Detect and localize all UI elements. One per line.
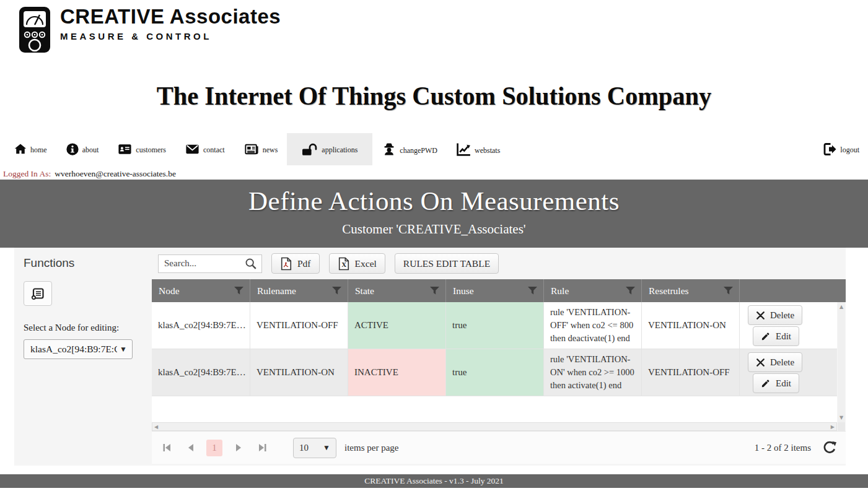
vertical-scrollbar[interactable]: ▲ ▼ xyxy=(838,302,845,422)
filter-icon[interactable] xyxy=(331,286,342,295)
column-header-rule[interactable]: Rule xyxy=(543,279,641,302)
grid-toolbar: Pdf X Excel RULES EDIT TABLE xyxy=(152,248,846,279)
id-card-icon xyxy=(117,142,133,156)
next-page-button[interactable] xyxy=(231,440,246,455)
tagline-bold: Internet Of Things xyxy=(204,81,406,110)
grid-header-row: Node Rulename State Inuse Rule Resetrule… xyxy=(152,279,846,302)
envelope-icon xyxy=(185,142,200,156)
horizontal-scrollbar[interactable]: ◀ ▶ xyxy=(152,422,837,431)
login-status: Logged In As:wverhoeven@creative-associa… xyxy=(3,169,176,179)
filter-icon[interactable] xyxy=(429,286,440,295)
page-banner: Define Actions On Measurements Customer … xyxy=(0,180,868,248)
column-header-state[interactable]: State xyxy=(348,279,445,302)
refresh-icon xyxy=(822,440,837,455)
nav-item-news[interactable]: news xyxy=(234,133,287,165)
chart-line-icon xyxy=(456,142,471,157)
nav-item-about[interactable]: about xyxy=(56,133,108,165)
prev-page-button[interactable] xyxy=(183,440,198,455)
cell-rule: rule 'VENTILATION-OFF' when co2 <= 800 t… xyxy=(543,302,641,349)
nav-item-customers[interactable]: customers xyxy=(108,133,175,165)
cell-state: ACTIVE xyxy=(348,302,445,349)
cell-rule: rule 'VENTILATION-ON' when co2 >= 1000 t… xyxy=(543,349,641,396)
scroll-left-icon[interactable]: ◀ xyxy=(154,424,158,430)
scroll-down-icon[interactable]: ▼ xyxy=(840,415,843,420)
cell-resetrules: VENTILATION-ON xyxy=(641,302,739,349)
table-row[interactable]: klasA_co2[94:B9:7E… VENTILATION-OFF ACTI… xyxy=(152,302,837,349)
table-row[interactable]: klasA_co2[94:B9:7E… VENTILATION-ON INACT… xyxy=(152,349,837,396)
column-header-actions xyxy=(739,279,837,302)
filter-icon[interactable] xyxy=(527,286,538,295)
filter-icon[interactable] xyxy=(625,286,636,295)
edit-button[interactable]: Edit xyxy=(753,326,799,346)
info-icon xyxy=(66,142,79,156)
rules-script-button[interactable] xyxy=(24,281,52,306)
cell-rulename: VENTILATION-OFF xyxy=(250,302,348,349)
rules-edit-table-button[interactable]: RULES EDIT TABLE xyxy=(395,253,499,274)
cell-actions: Delete Edit xyxy=(739,302,837,349)
nav-item-logout[interactable]: logout xyxy=(813,133,868,165)
delete-button[interactable]: Delete xyxy=(748,352,802,372)
scroll-right-icon[interactable]: ▶ xyxy=(831,424,835,430)
svg-text:X: X xyxy=(341,261,346,268)
items-per-page-label: items per page xyxy=(344,443,398,453)
pdf-export-button[interactable]: Pdf xyxy=(271,253,320,274)
cell-actions: Delete Edit xyxy=(739,349,837,396)
column-header-inuse[interactable]: Inuse xyxy=(445,279,543,302)
meter-logo-icon xyxy=(19,6,51,53)
footer: CREATIVE Associates - v1.3 - July 2021 xyxy=(0,474,868,488)
unlock-icon xyxy=(302,143,318,156)
filter-icon[interactable] xyxy=(723,286,734,295)
excel-export-button[interactable]: X Excel xyxy=(329,253,385,274)
cell-rulename: VENTILATION-ON xyxy=(250,349,348,396)
pager-range-label: 1 - 2 of 2 items xyxy=(755,443,811,453)
nav-item-applications[interactable]: applications xyxy=(287,133,372,165)
search-icon[interactable] xyxy=(244,257,258,271)
last-page-button[interactable] xyxy=(255,440,270,455)
first-page-icon xyxy=(162,443,172,453)
sidebar-title: Functions xyxy=(24,256,152,270)
search-box xyxy=(158,254,262,273)
delete-x-icon xyxy=(756,358,765,367)
column-header-node[interactable]: Node xyxy=(152,279,250,302)
cell-node: klasA_co2[94:B9:7E… xyxy=(152,302,250,349)
current-page-badge[interactable]: 1 xyxy=(206,440,222,456)
logout-icon xyxy=(822,142,837,156)
nav-item-contact[interactable]: contact xyxy=(175,133,234,165)
search-input[interactable] xyxy=(164,258,244,269)
page: { "logo": { "title": "CREATIVE Associate… xyxy=(0,0,868,491)
page-size-value: 10 xyxy=(299,443,309,453)
scroll-up-icon[interactable]: ▲ xyxy=(840,304,843,310)
main-nav: home about customers contact news applic… xyxy=(0,133,868,165)
logo: CREATIVE Associates MEASURE & CONTROL xyxy=(19,6,281,53)
chevron-down-icon: ▼ xyxy=(323,443,330,453)
first-page-button[interactable] xyxy=(159,440,174,455)
prev-page-icon xyxy=(186,443,195,453)
nav-item-changepwd[interactable]: changePWD xyxy=(372,133,447,165)
cell-inuse: true xyxy=(445,349,543,396)
edit-button[interactable]: Edit xyxy=(753,373,799,393)
filter-icon[interactable] xyxy=(234,286,244,295)
cell-state: INACTIVE xyxy=(348,349,445,396)
newspaper-icon xyxy=(243,142,260,156)
delete-x-icon xyxy=(756,311,765,320)
cell-node: klasA_co2[94:B9:7E… xyxy=(152,349,250,396)
page-subtitle: Customer 'CREATIVE_Associates' xyxy=(0,222,868,237)
node-select-dropdown[interactable]: klasA_co2[94:B9:7E:C0 ▼ xyxy=(24,339,133,359)
cell-resetrules: VENTILATION-OFF xyxy=(641,349,739,396)
scroll-icon xyxy=(30,286,45,301)
sidebar: Functions Select a Node for editing: kla… xyxy=(14,248,152,466)
footer-text: CREATIVE Associates - v1.3 - July 2021 xyxy=(364,476,504,485)
node-select-value: klasA_co2[94:B9:7E:C0 xyxy=(30,344,117,355)
page-size-dropdown[interactable]: 10 ▼ xyxy=(293,438,336,458)
column-header-rulename[interactable]: Rulename xyxy=(250,279,348,302)
tagline-prefix: The xyxy=(157,81,204,110)
delete-button[interactable]: Delete xyxy=(748,305,802,325)
column-header-resetrules[interactable]: Resetrules xyxy=(641,279,739,302)
nav-item-webstats[interactable]: webstats xyxy=(447,133,509,165)
next-page-icon xyxy=(235,443,243,453)
grid-body: klasA_co2[94:B9:7E… VENTILATION-OFF ACTI… xyxy=(152,302,837,422)
edit-pencil-icon xyxy=(761,378,771,388)
nav-item-home[interactable]: home xyxy=(4,133,56,165)
refresh-button[interactable] xyxy=(822,440,837,455)
logo-subtitle: MEASURE & CONTROL xyxy=(60,31,281,41)
